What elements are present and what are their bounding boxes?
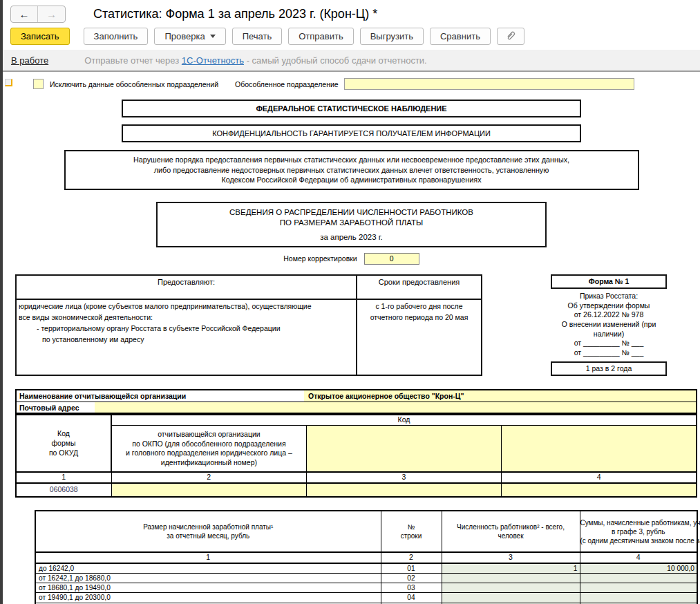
chevron-down-icon: [210, 35, 216, 38]
forward-arrow-icon: →: [46, 8, 57, 20]
send-button[interactable]: Отправить: [288, 28, 353, 45]
deadline-line: отчетного периода по 20 мая: [359, 312, 479, 323]
correction-number-label: Номер корректировки: [283, 254, 357, 263]
order-line: Об утверждении формы: [551, 301, 667, 311]
code-col4-input[interactable]: [502, 483, 697, 497]
confidentiality-banner: КОНФИДЕНЦИАЛЬНОСТЬ ГАРАНТИРУЕТСЯ ПОЛУЧАТ…: [122, 124, 581, 142]
header-line: в графе 3, рубль: [580, 527, 697, 536]
salary-col-number: 4: [580, 552, 697, 563]
salary-range-cell: от 18680,1 до 19490,0: [35, 583, 381, 593]
providers-table: Предоставляют: Сроки предоставления юрид…: [15, 274, 482, 377]
order-line: от 26.12.2022 № 978: [551, 310, 667, 320]
code-col3-header-field[interactable]: [306, 425, 501, 472]
export-button[interactable]: Выгрузить: [360, 28, 424, 45]
code-col-number: 4: [502, 472, 697, 483]
fill-button[interactable]: Заполнить: [84, 28, 149, 45]
separator-line: [3, 70, 700, 72]
forward-button[interactable]: →: [38, 6, 65, 22]
order-line: от _________ № ___: [551, 348, 667, 358]
salary-range-cell: до 16242,0: [35, 563, 381, 574]
warning-line: Нарушение порядка предоставления первичн…: [66, 155, 638, 165]
header-line: за отчетный месяц, рубль: [36, 531, 381, 540]
app-window: ← → Статистика: Форма 1 за апрель 2023 г…: [0, 0, 700, 604]
code-col3-input[interactable]: [306, 483, 501, 497]
header-line: Суммы, начисленные работникам, учтенным: [580, 518, 697, 527]
rosstat-order-lines: Приказ Росстата: Об утверждении формы от…: [551, 292, 667, 357]
line-number-header: № строки: [381, 511, 442, 552]
code-col-number: 3: [306, 472, 501, 483]
code-table: Код формы по ОКУД Код отчитывающейся орг…: [15, 414, 697, 498]
hint-prefix: Отправьте отчет через: [84, 55, 182, 66]
salary-distribution-table: Размер начисленной заработной платы¹ за …: [35, 510, 698, 604]
check-dropdown-button[interactable]: Проверка: [154, 28, 225, 45]
correction-number-input[interactable]: 0: [364, 253, 419, 265]
header-line: Размер начисленной заработной платы¹: [36, 522, 381, 531]
periodicity-box: 1 раз в 2 года: [551, 361, 667, 377]
providers-line: юридические лица (кроме субъектов малого…: [19, 301, 354, 312]
salary-row-02: от 16242,1 до 18680,0 02: [35, 573, 697, 583]
report-state-link[interactable]: В работе: [11, 55, 48, 66]
section-corner-marker: [5, 79, 12, 86]
salary-count-input[interactable]: 1: [442, 563, 580, 574]
okpo-header-line: идентификационный номер): [112, 458, 306, 468]
okud-header-line: Код: [17, 429, 111, 439]
salary-line-no-cell: 04: [381, 593, 442, 603]
header-line: (с одним десятичным знаком после запятой…: [580, 536, 697, 545]
okpo-header-line: отчитывающейся организации: [112, 430, 306, 440]
salary-range-header: Размер начисленной заработной платы¹ за …: [35, 511, 381, 552]
organization-block: Наименование отчитывающейся организации …: [15, 389, 697, 414]
code-col4-header-field[interactable]: [502, 425, 697, 472]
salary-range-cell: от 19490,1 до 20300,0: [35, 593, 381, 603]
salary-row-04: от 19490,1 до 20300,0 04: [35, 593, 697, 603]
sums-header: Суммы, начисленные работникам, учтенным …: [580, 511, 697, 552]
salary-line-no-cell: 02: [381, 573, 442, 583]
salary-row-01: до 16242,0 01 1 10 000,0: [35, 563, 697, 574]
history-nav: ← →: [10, 6, 66, 23]
org-address-input[interactable]: [95, 402, 696, 413]
deadlines-header: Сроки предоставления: [357, 275, 482, 300]
statusbar-hint: Отправьте отчет через 1С-Отчетность - са…: [84, 55, 427, 66]
okud-header-line: по ОКУД: [17, 449, 111, 458]
salary-col-number: 1: [35, 552, 381, 563]
hint-suffix: - самый удобный способ сдачи отчетности.: [244, 55, 427, 66]
separate-division-input[interactable]: [344, 78, 634, 90]
toolbar: Записать Заполнить Проверка Печать Отпра…: [3, 26, 700, 50]
salary-count-input[interactable]: [442, 583, 580, 593]
code-col-number: 2: [111, 472, 306, 483]
exclude-divisions-checkbox[interactable]: [33, 79, 44, 89]
1c-reporting-link[interactable]: 1С-Отчетность: [182, 55, 244, 66]
compare-button[interactable]: Сравнить: [430, 28, 491, 45]
header-line: строки: [381, 531, 442, 540]
exclude-row: Исключить данные обособленных подразделе…: [33, 78, 700, 90]
warning-line: Кодексом Российской Федерации об админис…: [66, 175, 638, 185]
print-button[interactable]: Печать: [232, 28, 283, 45]
salary-sum-input[interactable]: [580, 583, 697, 593]
salary-count-input[interactable]: [442, 593, 580, 603]
nav-row: ← → Статистика: Форма 1 за апрель 2023 г…: [3, 0, 700, 26]
salary-sum-input[interactable]: 10 000,0: [580, 563, 697, 574]
page-title: Статистика: Форма 1 за апрель 2023 г. (К…: [93, 7, 377, 21]
salary-col-number: 3: [442, 552, 580, 563]
attachments-button[interactable]: [497, 28, 524, 45]
providers-text-cell: юридические лица (кроме субъектов малого…: [16, 299, 357, 375]
deadlines-text-cell: с 1-го рабочего дня после отчетного пери…: [357, 299, 482, 375]
salary-row-03: от 18680,1 до 19490,0 03: [35, 583, 697, 593]
okpo-code-input[interactable]: [111, 483, 306, 497]
check-button-label: Проверка: [164, 31, 205, 41]
okud-header-line: формы: [17, 439, 111, 449]
salary-count-input[interactable]: [442, 573, 580, 583]
salary-sum-input[interactable]: [580, 573, 697, 583]
statusbar: В работе Отправьте отчет через 1С-Отчетн…: [3, 50, 700, 70]
violation-warning-box: Нарушение порядка предоставления первичн…: [64, 150, 639, 190]
salary-col-number: 2: [381, 552, 442, 563]
deadline-line: с 1-го рабочего дня после: [359, 301, 479, 312]
header-line: Численность работников² - всего,: [442, 522, 580, 531]
header-line: №: [381, 522, 442, 531]
okpo-header-line: и головного подразделения юридического л…: [112, 449, 306, 458]
providers-line: по установленному им адресу: [19, 334, 354, 346]
org-name-input[interactable]: Открытое акционерное общество "Крон-Ц": [304, 390, 696, 402]
salary-sum-input[interactable]: [580, 593, 697, 603]
correction-row: Номер корректировки 0: [3, 253, 700, 265]
back-button[interactable]: ←: [11, 6, 38, 22]
save-button[interactable]: Записать: [10, 28, 70, 45]
